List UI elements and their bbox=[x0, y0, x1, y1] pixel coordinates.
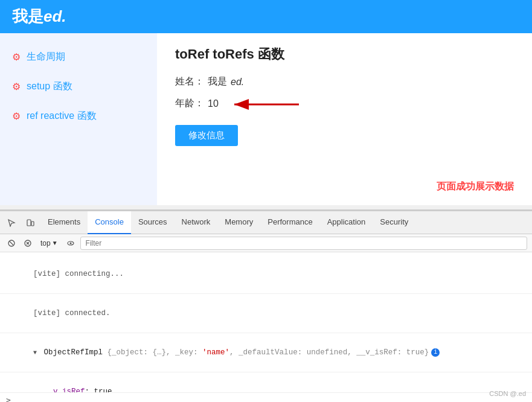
tab-application[interactable]: Application bbox=[320, 211, 373, 234]
console-line-vite-connected: [vite] connected. bbox=[0, 294, 532, 333]
cursor-icon bbox=[7, 219, 16, 227]
devtools-tabs-bar: Elements Console Sources Network Memory … bbox=[0, 211, 532, 234]
sidebar: ⚙ 生命周期 ⚙ setup 函数 ⚙ ref reactive 函数 bbox=[0, 33, 157, 205]
watermark: CSDN @.ed bbox=[489, 390, 526, 397]
tab-network[interactable]: Network bbox=[175, 211, 218, 234]
cursor-icon-btn[interactable] bbox=[3, 214, 20, 231]
stop-btn[interactable] bbox=[21, 237, 34, 250]
scroll-divider bbox=[0, 205, 532, 210]
info-icon[interactable]: i bbox=[431, 348, 440, 357]
name-row: 姓名： 我是ed. bbox=[175, 75, 514, 88]
app-header: 我是ed. bbox=[0, 0, 532, 33]
svg-rect-3 bbox=[31, 222, 34, 226]
content-area: toRef toRefs 函数 姓名： 我是ed. 年龄： 10 修改信息 页面… bbox=[157, 33, 532, 205]
app-title: 我是ed. bbox=[12, 6, 66, 27]
tab-console[interactable]: Console bbox=[88, 211, 131, 234]
obj-triangle[interactable]: ▼ bbox=[33, 349, 37, 356]
sidebar-item-ref-reactive[interactable]: ⚙ ref reactive 函数 bbox=[0, 101, 157, 131]
console-line-vite-connecting: [vite] connecting... bbox=[0, 255, 532, 294]
eye-icon bbox=[66, 239, 75, 247]
clear-console-btn[interactable] bbox=[5, 237, 18, 250]
svg-rect-2 bbox=[27, 220, 31, 226]
title-text: 我是 bbox=[12, 7, 43, 25]
name-value: 我是 bbox=[208, 75, 227, 88]
sidebar-item-lifecycle[interactable]: ⚙ 生命周期 bbox=[0, 42, 157, 72]
tab-sources[interactable]: Sources bbox=[131, 211, 175, 234]
console-output: [vite] connecting... [vite] connected. ▼… bbox=[0, 252, 532, 392]
content-annotation: 页面成功展示数据 bbox=[437, 180, 514, 193]
console-input-line: > bbox=[0, 392, 532, 402]
modify-button[interactable]: 修改信息 bbox=[175, 125, 238, 146]
stop-icon bbox=[24, 239, 32, 247]
devtools-toolbar: top ▼ bbox=[0, 234, 532, 252]
gear-icon-lifecycle: ⚙ bbox=[12, 51, 21, 63]
content-title: toRef toRefs 函数 bbox=[175, 45, 514, 63]
sidebar-label-lifecycle: 生命周期 bbox=[27, 51, 65, 63]
context-dropdown-icon: ▼ bbox=[52, 240, 58, 246]
eye-icon-btn[interactable] bbox=[64, 237, 77, 250]
devtools-panel: Elements Console Sources Network Memory … bbox=[0, 210, 532, 402]
tab-elements[interactable]: Elements bbox=[40, 211, 88, 234]
context-selector[interactable]: top ▼ bbox=[37, 238, 61, 249]
age-label: 年龄： bbox=[175, 97, 204, 110]
device-icon bbox=[26, 219, 34, 227]
gear-icon-ref-reactive: ⚙ bbox=[12, 110, 21, 122]
age-row: 年龄： 10 bbox=[175, 97, 514, 110]
gear-icon-setup: ⚙ bbox=[12, 81, 21, 92]
console-prompt: > bbox=[6, 395, 11, 402]
svg-point-10 bbox=[69, 242, 71, 244]
tab-security[interactable]: Security bbox=[373, 211, 415, 234]
prop-v-isref: __v_isRef: true bbox=[0, 372, 532, 392]
clear-icon bbox=[7, 239, 16, 247]
tab-memory[interactable]: Memory bbox=[217, 211, 260, 234]
age-value: 10 bbox=[208, 98, 219, 109]
device-icon-btn[interactable] bbox=[22, 214, 39, 231]
obj-name: ObjectRefImpl bbox=[39, 348, 107, 357]
svg-line-5 bbox=[10, 241, 13, 245]
tab-performance[interactable]: Performance bbox=[260, 211, 319, 234]
sidebar-item-setup[interactable]: ⚙ setup 函数 bbox=[0, 72, 157, 101]
red-arrow-age bbox=[229, 92, 302, 116]
sidebar-label-ref-reactive: ref reactive 函数 bbox=[27, 110, 97, 123]
name-italic: ed. bbox=[231, 77, 244, 88]
obj-props: {_object: {…}, _key: 'name', _defaultVal… bbox=[107, 348, 429, 357]
annotation-text: 页面成功展示数据 bbox=[437, 181, 514, 191]
sidebar-label-setup: setup 函数 bbox=[27, 80, 72, 93]
title-italic: ed. bbox=[43, 7, 66, 25]
main-area: ⚙ 生命周期 ⚙ setup 函数 ⚙ ref reactive 函数 toRe… bbox=[0, 33, 532, 205]
context-label: top bbox=[40, 239, 51, 247]
name-label: 姓名： bbox=[175, 75, 204, 88]
filter-input[interactable] bbox=[80, 237, 527, 250]
console-line-objectrefimpl: ▼ ObjectRefImpl {_object: {…}, _key: 'na… bbox=[0, 333, 532, 372]
